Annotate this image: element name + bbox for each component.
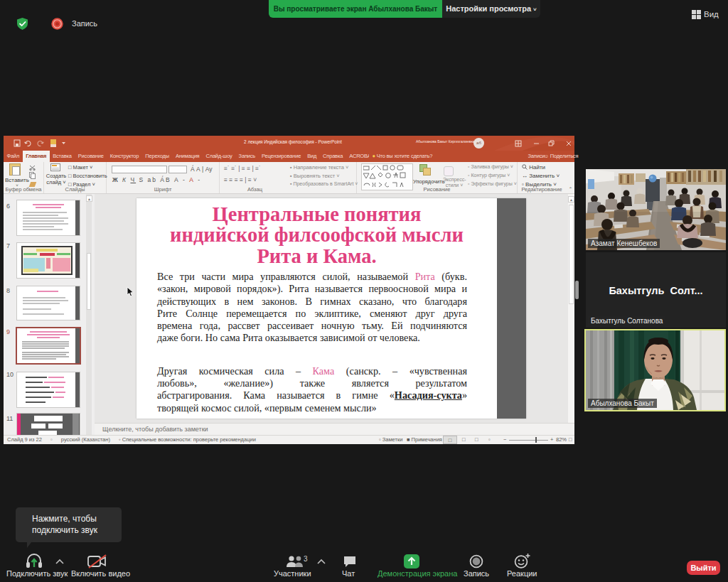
- svg-text:3: 3: [304, 555, 308, 563]
